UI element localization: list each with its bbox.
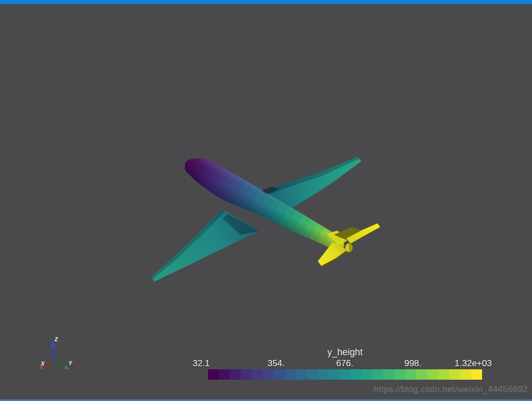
y-axis-label: Y (69, 360, 73, 366)
colorbar-segment (471, 369, 482, 380)
colorbar-segment (329, 369, 340, 380)
airplane-mesh (151, 157, 380, 282)
colorbar-segment (460, 369, 471, 380)
watermark-text: https://blog.csdn.net/weixin_44456692 (373, 384, 528, 395)
colorbar-segment (383, 369, 394, 380)
colorbar-segment (394, 369, 405, 380)
colorbar-tick-label: 1.32e+03 (455, 358, 491, 369)
colorbar-bar (208, 369, 482, 380)
colorbar-segment (263, 369, 274, 380)
colorbar-segment (208, 369, 219, 380)
colorbar-segment (274, 369, 284, 380)
colorbar-segment (230, 369, 241, 380)
colorbar-segment (252, 369, 263, 380)
orientation-axes-widget: Z X Y (38, 337, 73, 369)
colorbar-segment (449, 369, 460, 380)
colorbar-segment (416, 369, 427, 380)
colorbar-segment (318, 369, 329, 380)
y-axis-shaft (53, 361, 63, 367)
colorbar-segment (219, 369, 230, 380)
scalar-bar-title: y_height (208, 347, 482, 358)
colorbar-segment (285, 369, 296, 380)
colorbar-segment (427, 369, 438, 380)
colorbar-segment (296, 369, 307, 380)
colorbar-tick-label: 998. (404, 358, 421, 369)
colorbar-tick-label: 354. (267, 358, 284, 369)
colorbar-segment (307, 369, 318, 380)
colorbar-segment (438, 369, 449, 380)
colorbar-segment (241, 369, 252, 380)
colorbar-segment (361, 369, 372, 380)
render-viewport[interactable]: Z X Y (0, 4, 532, 399)
colorbar-tick-label: 32.1 (192, 358, 210, 369)
colorbar-segment (405, 369, 416, 380)
x-axis-label: X (41, 361, 45, 367)
x-axis-shaft (44, 361, 53, 366)
scalar-bar: y_height 32.1354.676.998.1.32e+03 (208, 347, 482, 381)
airplane-left-wing (151, 209, 259, 282)
colorbar-ticks: 32.1354.676.998.1.32e+03 (208, 358, 482, 368)
colorbar-segment (340, 369, 351, 380)
colorbar-tick-label: 676. (336, 358, 353, 369)
colorbar-segment (372, 369, 383, 380)
colorbar-segment (351, 369, 361, 380)
airplane-tail-cone-shade (349, 244, 353, 252)
scene-svg: Z X Y (0, 0, 532, 401)
y-axis-arrowhead (64, 366, 70, 369)
z-axis-label: Z (54, 337, 58, 342)
